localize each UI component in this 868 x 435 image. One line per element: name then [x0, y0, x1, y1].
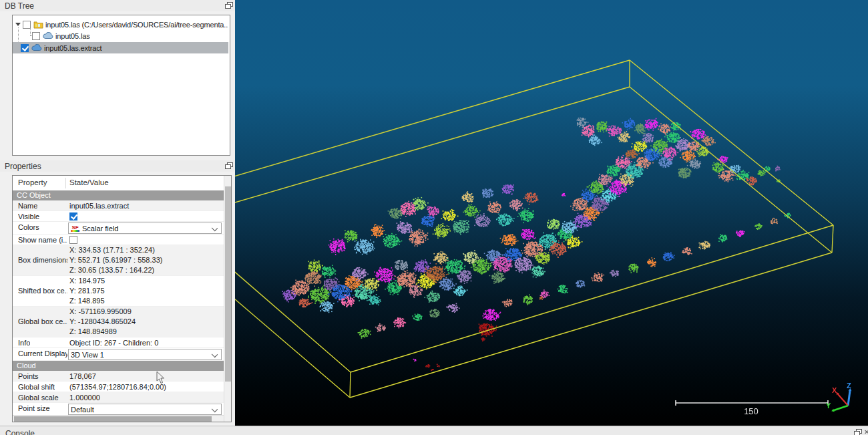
property-value: 178,067 — [69, 372, 96, 380]
property-row-global-scale: Global scale1.000000 — [13, 392, 224, 403]
properties-table: Property State/Value CC ObjectNameinput0… — [12, 175, 232, 422]
property-value-line: X: -571169.995009 — [69, 307, 132, 315]
chevron-down-icon — [212, 225, 218, 231]
scale-bar-label: 150 — [738, 406, 765, 416]
property-label: Colors — [18, 223, 39, 231]
property-row-current-display-dropdown[interactable]: 3D View 1 — [68, 349, 222, 360]
property-value-line: Z: 148.895 — [69, 297, 105, 305]
folder-icon — [33, 21, 43, 29]
property-value: Object ID: 267 - Children: 0 — [69, 339, 158, 347]
property-label: Global scale — [18, 394, 59, 402]
vertical-scrollbar-thumb[interactable] — [225, 186, 231, 382]
dropdown-value: Scalar field — [82, 225, 118, 233]
property-label: Global box ce... — [18, 317, 67, 325]
property-row-show-name-i-checkbox[interactable] — [69, 236, 77, 244]
property-row-point-size-dropdown[interactable]: Default — [68, 404, 222, 415]
cloud-icon — [31, 44, 42, 51]
properties-title: Properties — [5, 162, 41, 171]
property-label: Visible — [18, 212, 39, 221]
property-row-point-size: Point sizeDefault — [13, 403, 224, 416]
property-label: Show name (i... — [18, 236, 67, 244]
tree-item-input05.las.extract[interactable]: input05.las.extract — [13, 42, 228, 53]
column-divider — [65, 178, 66, 188]
properties-header: Property State/Value — [13, 176, 224, 191]
value-column-header: State/Value — [69, 178, 109, 186]
visibility-checkbox[interactable] — [21, 44, 29, 52]
property-label: Points — [18, 372, 39, 380]
property-column-header: Property — [18, 178, 47, 186]
property-row-current-display: Current Display3D View 1 — [13, 348, 224, 361]
property-row-global-box-ce: Global box ce...X: -571169.995009Y: -128… — [13, 307, 224, 337]
property-label: Point size — [18, 404, 50, 412]
property-value-line: Z: 148.894989 — [69, 327, 117, 335]
db-tree-titlebar: DB Tree — [0, 0, 235, 11]
console-title: Console — [5, 429, 35, 435]
visibility-checkbox[interactable] — [32, 32, 40, 40]
property-value: 1.000000 — [69, 394, 100, 402]
horizontal-scrollbar-thumb[interactable] — [14, 416, 212, 422]
property-row-cc-object: CC Object — [13, 190, 224, 200]
property-label: Box dimensions — [18, 256, 67, 264]
property-label: Info — [18, 339, 30, 347]
db-tree: input05.las (C:/Users/david/SOURCES/ai/t… — [12, 15, 230, 156]
horizontal-scrollbar[interactable] — [13, 415, 224, 422]
property-row-colors: ColorsSFScalar field — [13, 222, 224, 235]
property-row-colors-dropdown[interactable]: SFScalar field — [68, 223, 222, 234]
axis-y-label: Y — [826, 402, 831, 410]
property-row-visible-checkbox[interactable] — [69, 212, 77, 221]
property-label: Shifted box ce... — [18, 287, 67, 295]
close-icon[interactable]: ✕ — [864, 428, 868, 435]
cloud-icon — [43, 32, 53, 39]
float-panel-icon[interactable] — [854, 429, 862, 435]
property-value-line: X: 334.53 (17.71 : 352.24) — [69, 246, 155, 254]
tree-item-input05.las[interactable]: input05.las (C:/Users/david/SOURCES/ai/t… — [13, 19, 228, 30]
tree-item-label: input05.las (C:/Users/david/SOURCES/ai/t… — [45, 21, 228, 29]
visibility-checkbox[interactable] — [23, 21, 31, 29]
properties-titlebar: Properties — [0, 160, 235, 172]
property-value-line: Y: 552.71 (5.61997 : 558.33) — [69, 256, 162, 264]
property-row-name: Nameinput05.las.extract — [13, 200, 224, 211]
property-row-cloud: Cloud — [13, 361, 224, 371]
property-value-line: Y: 281.975 — [69, 287, 105, 295]
property-value: (571354.97;1280716.84;0.00) — [69, 383, 166, 391]
property-label: Name — [18, 202, 37, 210]
axis-z-label: Z — [847, 382, 851, 390]
property-row-info: InfoObject ID: 267 - Children: 0 — [13, 337, 224, 348]
property-value-line: Y: -1280434.865024 — [69, 317, 136, 325]
property-row-visible: Visible — [13, 211, 224, 222]
property-row-shifted-box-ce: Shifted box ce...X: 184.975Y: 281.975Z: … — [13, 276, 224, 307]
property-row-points: Points178,067 — [13, 371, 224, 382]
console-panel: Console ✕ — [0, 426, 868, 435]
property-label: Current Display — [18, 349, 67, 357]
dropdown-value: Default — [71, 406, 94, 414]
expander-icon[interactable] — [15, 23, 21, 26]
tree-item-label: input05.las — [55, 32, 90, 40]
property-value: input05.las.extract — [69, 202, 129, 210]
axis-x-label: X — [832, 386, 837, 394]
chevron-down-icon — [212, 351, 218, 357]
db-tree-title: DB Tree — [5, 1, 34, 11]
scalar-field-icon: SF — [71, 225, 79, 232]
dropdown-value: 3D View 1 — [71, 351, 104, 359]
property-row-global-shift: Global shift(571354.97;1280716.84;0.00) — [13, 382, 224, 392]
property-label: Global shift — [18, 383, 55, 391]
vertical-scrollbar[interactable] — [224, 176, 232, 422]
property-row-box-dimensions: Box dimensionsX: 334.53 (17.71 : 352.24)… — [13, 245, 224, 276]
property-value-line: X: 184.975 — [69, 277, 105, 285]
tree-item-input05.las[interactable]: input05.las — [13, 30, 228, 41]
float-panel-icon[interactable] — [225, 162, 233, 170]
3d-viewport[interactable]: 150 X Y Z — [235, 0, 868, 426]
tree-item-label: input05.las.extract — [44, 44, 101, 52]
float-panel-icon[interactable] — [225, 2, 233, 9]
property-value-line: Z: 30.65 (133.57 : 164.22) — [69, 266, 154, 274]
property-row-show-name-i: Show name (i... — [13, 235, 224, 245]
chevron-down-icon — [212, 406, 218, 412]
point-cloud-canvas[interactable] — [235, 0, 868, 426]
cloudcompare-window: { "db_tree": { "title": "DB Tree", "item… — [0, 0, 868, 435]
